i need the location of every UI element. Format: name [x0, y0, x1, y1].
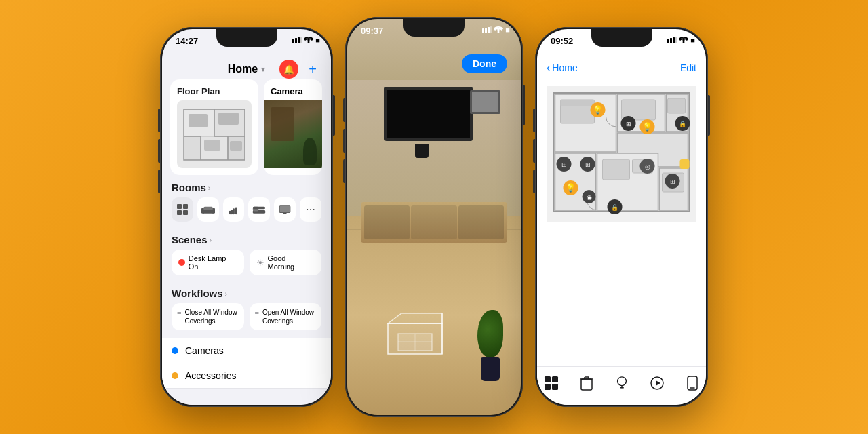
svg-rect-18	[230, 141, 242, 151]
ar-plant-leaves	[477, 310, 503, 357]
ar-outline-svg	[381, 310, 449, 361]
ar-picture-frame	[470, 90, 500, 114]
battery-3: ■	[690, 36, 695, 44]
svg-rect-19	[177, 204, 182, 209]
ar-background	[347, 19, 521, 415]
svg-rect-47	[667, 39, 669, 43]
ar-floor-plan-outline	[381, 310, 449, 361]
good-morning-scene[interactable]: ☀ Good Morning	[250, 250, 322, 275]
svg-text:💡: 💡	[593, 104, 603, 115]
svg-rect-29	[231, 210, 233, 214]
ar-plant-pot-shape	[481, 357, 500, 381]
fp-back-button[interactable]: ‹ Home	[547, 62, 578, 74]
toolbar-trash-btn[interactable]	[577, 374, 596, 393]
volume-button-1	[158, 108, 160, 132]
workflows-section-header: Workflows ›	[162, 281, 331, 303]
volume-button-6	[343, 159, 345, 183]
phone-3: 09:52 ■ ‹ Home Edit	[535, 27, 708, 407]
room-icon-grid[interactable]	[172, 197, 193, 222]
room-icon-more[interactable]: ⋯	[300, 197, 321, 222]
svg-rect-94	[581, 379, 592, 390]
svg-rect-20	[183, 204, 188, 209]
ar-tv-screen	[384, 87, 473, 141]
camera-card-title: Camera	[264, 79, 322, 100]
svg-rect-12	[184, 137, 200, 159]
accessories-dot	[172, 372, 178, 379]
close-windows-workflow[interactable]: ≡ Close All Window Coverings	[172, 303, 244, 330]
scenes-section-header: Scenes ›	[162, 227, 331, 250]
phone1-content: Home ▾ 🔔 + Floor Plan	[162, 59, 331, 405]
room-icon-hand[interactable]	[223, 197, 245, 222]
done-button[interactable]: Done	[462, 54, 507, 73]
svg-rect-3	[300, 37, 302, 43]
svg-text:🔒: 🔒	[611, 203, 619, 212]
fp-nav: ‹ Home Edit	[537, 59, 706, 79]
camera-preview-image	[264, 100, 322, 168]
close-windows-icon: ≡	[177, 308, 181, 316]
notch-2	[403, 19, 465, 37]
accessories-list-item[interactable]: Accessories	[162, 363, 331, 389]
svg-text:💡: 💡	[566, 182, 576, 193]
floor-plan-card[interactable]: Floor Plan	[170, 79, 258, 175]
ar-tv-stand	[415, 144, 429, 158]
svg-rect-27	[233, 208, 235, 214]
svg-text:🔒: 🔒	[679, 120, 687, 128]
workflows-title: Workflows	[172, 288, 223, 299]
svg-rect-93	[552, 384, 558, 390]
toolbar-play-btn[interactable]	[648, 374, 667, 393]
floor-plan-svg: 💡 ⊞ 💡 🔒 ⊞ ⊞	[544, 86, 699, 222]
svg-rect-15	[189, 114, 208, 127]
time-1: 14:27	[176, 36, 198, 46]
scene-dot-red	[178, 259, 185, 266]
svg-rect-22	[183, 210, 188, 215]
svg-text:⊞: ⊞	[670, 178, 675, 185]
svg-rect-16	[218, 113, 239, 125]
back-chevron-icon: ‹	[547, 62, 550, 74]
room-icon-sofa[interactable]	[197, 197, 219, 222]
phone-2-screen: 09:37 ■ Done	[347, 19, 521, 415]
svg-rect-2	[298, 37, 300, 43]
rooms-section-header: Rooms ›	[162, 175, 331, 197]
phone-2: 09:37 ■ Done	[345, 17, 523, 417]
status-icons-3: ■	[667, 36, 695, 44]
svg-rect-1	[295, 38, 297, 43]
phone-1-screen: 14:27 ■ Home ▾ 🔔 +	[162, 29, 331, 405]
svg-marker-104	[656, 380, 660, 386]
home-title[interactable]: Home ▾	[228, 63, 265, 75]
desk-lamp-scene[interactable]: Desk Lamp On	[172, 250, 244, 275]
volume-button-9	[533, 170, 535, 193]
rooms-title: Rooms	[172, 182, 206, 193]
status-icons-1: ■	[292, 36, 320, 44]
svg-rect-50	[675, 37, 677, 43]
scenes-title: Scenes	[172, 234, 208, 245]
phone3-content: ‹ Home Edit	[537, 59, 706, 405]
fp-back-label: Home	[552, 62, 577, 73]
svg-rect-92	[545, 384, 551, 390]
workflows-chevron[interactable]: ›	[225, 290, 228, 298]
svg-text:⊞: ⊞	[626, 121, 631, 127]
fp-edit-button[interactable]: Edit	[680, 62, 696, 73]
camera-card[interactable]: Camera	[264, 79, 322, 175]
open-windows-workflow[interactable]: ≡ Open All Window Coverings	[250, 303, 322, 330]
notch-1	[216, 29, 277, 47]
svg-point-99	[617, 377, 626, 386]
add-button[interactable]: +	[304, 60, 321, 78]
cameras-list-item[interactable]: Cameras	[162, 338, 331, 363]
ar-drawer-2	[411, 205, 456, 239]
rooms-chevron[interactable]: ›	[208, 184, 211, 192]
svg-marker-38	[388, 313, 442, 323]
scenes-chevron[interactable]: ›	[210, 236, 212, 244]
toolbar-grid-btn[interactable]	[542, 374, 561, 393]
room-icon-tv[interactable]	[274, 197, 296, 222]
ar-wall	[347, 80, 521, 216]
ar-cabinet-drawers	[361, 202, 507, 243]
floor-plan-image	[177, 100, 252, 168]
toolbar-phone-btn[interactable]	[683, 374, 702, 393]
notification-bell[interactable]: 🔔	[279, 60, 298, 79]
svg-rect-30	[229, 211, 231, 214]
accessories-label: Accessories	[185, 370, 236, 381]
toolbar-bulb-btn[interactable]	[612, 374, 631, 393]
volume-button-2	[158, 139, 160, 163]
svg-text:◉: ◉	[587, 194, 592, 201]
room-icon-bed[interactable]	[248, 197, 270, 222]
